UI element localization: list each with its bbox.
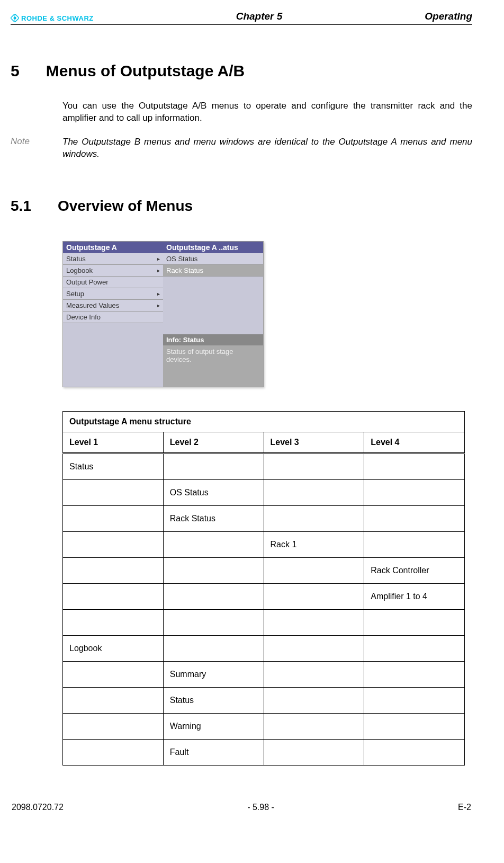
menu-item-label: Setup xyxy=(66,290,84,298)
table-row: Amplifier 1 to 4 xyxy=(63,583,465,609)
heading-2-number: 5.1 xyxy=(11,198,31,215)
info-panel-header: Info: Status xyxy=(163,334,263,345)
heading-2-title: Overview of Menus xyxy=(58,198,193,215)
menu-screenshot: Outputstage A Status ▸ Logbook ▸ Output … xyxy=(62,241,264,387)
left-panel-fill xyxy=(63,323,163,387)
menu-item-device-info[interactable]: Device Info xyxy=(63,312,163,323)
right-panel-header: Outputstage A ..atus xyxy=(163,242,263,253)
heading-1-number: 5 xyxy=(11,62,20,80)
table-row: Logbook xyxy=(63,635,465,661)
submenu-arrow-icon: ▸ xyxy=(157,303,160,308)
right-panel: Outputstage A ..atus OS Status Rack Stat… xyxy=(163,242,263,387)
note-label: Note xyxy=(11,136,42,161)
menu-item-logbook[interactable]: Logbook ▸ xyxy=(63,265,163,277)
chapter-label: Chapter 5 xyxy=(236,11,283,22)
table-row: Fault xyxy=(63,739,465,765)
logo-text: ROHDE & SCHWARZ xyxy=(21,14,94,22)
table-row: Rack Status xyxy=(63,505,465,531)
info-panel-body: Status of output stage devices. xyxy=(163,345,263,387)
menu-item-label: Logbook xyxy=(66,266,93,274)
submenu-arrow-icon: ▸ xyxy=(157,268,160,273)
section-label: Operating xyxy=(425,11,472,22)
footer-left: 2098.0720.72 xyxy=(12,803,64,812)
left-panel: Outputstage A Status ▸ Logbook ▸ Output … xyxy=(63,242,163,387)
table-row: OS Status xyxy=(63,479,465,505)
brand-logo: ROHDE & SCHWARZ xyxy=(11,14,94,22)
logo-icon xyxy=(11,14,19,22)
table-header: Level 1 xyxy=(63,432,164,453)
table-title: Outputstage A menu structure xyxy=(63,411,465,432)
footer-right: E-2 xyxy=(458,803,471,812)
heading-1-title: Menus of Outputstage A/B xyxy=(46,62,245,80)
table-header: Level 2 xyxy=(163,432,264,453)
table-header: Level 3 xyxy=(264,432,364,453)
menu-item-output-power[interactable]: Output Power xyxy=(63,277,163,288)
submenu-item-os-status[interactable]: OS Status xyxy=(163,253,263,265)
submenu-arrow-icon: ▸ xyxy=(157,291,160,297)
left-panel-header: Outputstage A xyxy=(63,242,163,253)
table-row: Rack Controller xyxy=(63,557,465,583)
menu-item-label: OS Status xyxy=(166,255,197,263)
note-text: The Outputstage B menus and menu windows… xyxy=(62,136,472,161)
note-block: Note The Outputstage B menus and menu wi… xyxy=(11,136,472,161)
page-footer: 2098.0720.72 - 5.98 - E-2 xyxy=(11,803,472,812)
table-row: Rack 1 xyxy=(63,531,465,557)
menu-item-status[interactable]: Status ▸ xyxy=(63,253,163,265)
heading-2: 5.1 Overview of Menus xyxy=(11,198,472,215)
table-row: Summary xyxy=(63,661,465,687)
menu-item-setup[interactable]: Setup ▸ xyxy=(63,288,163,300)
table-row: Status xyxy=(63,687,465,713)
heading-1: 5 Menus of Outputstage A/B xyxy=(11,62,472,80)
menu-item-label: Device Info xyxy=(66,313,101,321)
right-panel-fill xyxy=(163,277,263,334)
table-row: Status xyxy=(63,453,465,479)
menu-structure-table: Outputstage A menu structure Level 1 Lev… xyxy=(62,411,465,766)
footer-center: - 5.98 - xyxy=(247,803,274,812)
table-header: Level 4 xyxy=(364,432,465,453)
table-row: Warning xyxy=(63,713,465,739)
menu-item-measured-values[interactable]: Measured Values ▸ xyxy=(63,300,163,312)
submenu-arrow-icon: ▸ xyxy=(157,256,160,262)
page-header: ROHDE & SCHWARZ Chapter 5 Operating xyxy=(11,11,472,25)
menu-item-label: Status xyxy=(66,255,86,263)
menu-item-label: Output Power xyxy=(66,278,109,286)
table-row xyxy=(63,609,465,635)
menu-item-label: Measured Values xyxy=(66,301,119,309)
submenu-item-rack-status[interactable]: Rack Status xyxy=(163,265,263,277)
intro-paragraph: You can use the Outputstage A/B menus to… xyxy=(62,100,472,124)
menu-item-label: Rack Status xyxy=(166,266,203,274)
